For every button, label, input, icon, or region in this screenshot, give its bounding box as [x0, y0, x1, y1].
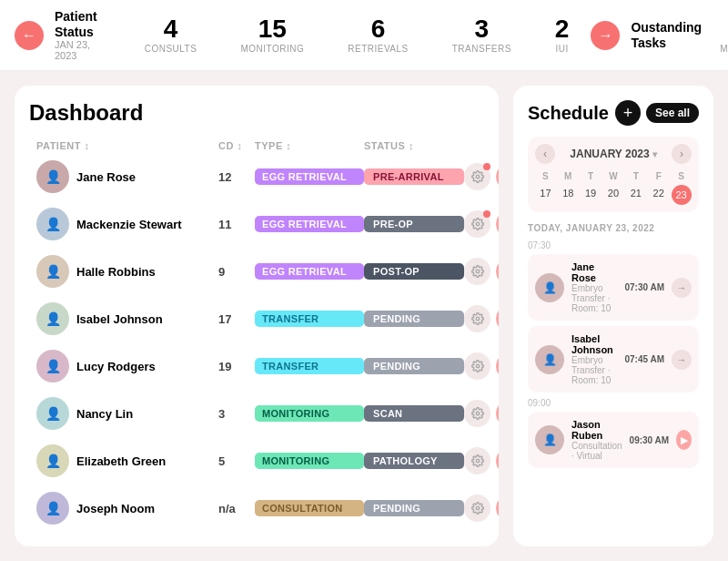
avatar: 👤 [36, 160, 69, 193]
calendar-day-header: T [625, 169, 646, 183]
retrievals-number: 6 [371, 16, 386, 42]
gear-button[interactable] [464, 447, 490, 474]
stat-consults: 4 CONSULTS [134, 16, 208, 54]
play-button[interactable]: ▶ [496, 495, 499, 522]
table-row: 👤 Joseph Noom n/a CONSULTATION PENDING ▶… [29, 486, 484, 530]
gear-button[interactable] [464, 210, 490, 238]
retrievals-label: RETRIEVALS [348, 44, 409, 54]
forward-button[interactable]: → [591, 21, 620, 50]
sched-arrow-button[interactable]: → [672, 350, 692, 370]
actions-cell: ▶ + [464, 400, 499, 427]
calendar-prev-button[interactable]: ‹ [535, 144, 555, 164]
type-badge: MONITORING [255, 453, 364, 469]
patient-name: Jane Rose [76, 170, 136, 184]
calendar-day[interactable]: 20 [603, 185, 624, 205]
type-badge: TRANSFER [255, 311, 364, 327]
col-cd[interactable]: CD ↕ [218, 140, 255, 151]
calendar-day[interactable]: 21 [625, 185, 646, 205]
type-badge: EGG RETRIEVAL [255, 263, 364, 280]
play-button[interactable]: ▶ [496, 210, 499, 238]
stat-retrievals: 6 RETRIEVALS [337, 16, 420, 54]
status-badge: PENDING [364, 358, 464, 374]
avatar: 👤 [36, 302, 69, 335]
play-button[interactable]: ▶ [496, 163, 499, 190]
actions-cell: ▶ + [464, 258, 499, 285]
col-type[interactable]: TYPE ↕ [255, 140, 364, 151]
play-button[interactable]: ▶ [496, 352, 499, 380]
gear-button[interactable] [464, 495, 490, 522]
sched-arrow-button[interactable]: ▶ [676, 430, 692, 450]
calendar-day-header: M [558, 169, 579, 183]
dashboard-title: Dashboard [29, 100, 484, 126]
avatar: 👤 [36, 208, 69, 240]
svg-point-7 [476, 506, 480, 510]
calendar-day-header: T [581, 169, 602, 183]
schedule-header: Schedule + See all [528, 100, 699, 126]
patient-cell: 👤 Nancy Lin [36, 397, 218, 430]
svg-point-5 [476, 412, 480, 415]
sched-info: Jason Ruben Consultation · Virtual [571, 419, 622, 461]
sched-arrow-button[interactable]: → [672, 278, 692, 298]
calendar-day-header: S [535, 169, 556, 183]
calendar-day-header: S [671, 169, 692, 183]
gear-button[interactable] [464, 352, 490, 380]
avatar: 👤 [36, 350, 69, 382]
table-row: 👤 Nancy Lin 3 MONITORING SCAN ▶ + [29, 392, 484, 435]
patient-name: Halle Robbins [76, 265, 156, 279]
svg-point-1 [476, 222, 480, 226]
main-content: Dashboard PATIENT ↕ CD ↕ TYPE ↕ STATUS ↕… [0, 71, 728, 561]
col-patient[interactable]: PATIENT ↕ [36, 140, 218, 151]
patient-status-label: Patient Status [55, 9, 97, 40]
sched-info: Jane Rose Embryo Transfer · Room: 10 [571, 261, 617, 313]
status-badge: POST-OP [364, 263, 464, 280]
gear-button[interactable] [464, 400, 490, 427]
patient-table: 👤 Jane Rose 12 EGG RETRIEVAL PRE-ARRIVAL… [29, 155, 484, 530]
sched-name: Jason Ruben [571, 419, 622, 441]
table-row: 👤 Halle Robbins 9 EGG RETRIEVAL POST-OP … [29, 250, 484, 293]
calendar-day[interactable]: 17 [535, 185, 556, 205]
stat-iui: 2 IUI [544, 16, 581, 54]
play-button[interactable]: ▶ [496, 258, 499, 285]
cd-value: 11 [218, 218, 255, 231]
patient-name: Nancy Lin [76, 407, 133, 421]
avatar: 👤 [36, 492, 69, 525]
calendar-day-header: W [603, 169, 624, 183]
calendar-next-button[interactable]: › [672, 144, 692, 164]
gear-button[interactable] [464, 163, 490, 190]
consults-label: CONSULTS [145, 44, 197, 54]
calendar-day[interactable]: 18 [558, 185, 579, 205]
transfers-label: TRANSFERS [452, 44, 511, 54]
col-status[interactable]: STATUS ↕ [364, 140, 464, 151]
today-label: TODAY, JANUARY 23, 2022 [528, 223, 699, 233]
avatar: 👤 [36, 255, 69, 288]
col-actions: ACTIONS [464, 140, 499, 151]
calendar-day[interactable]: 19 [581, 185, 602, 205]
calendar-day[interactable]: 23 [672, 185, 692, 205]
stat-transfers: 3 TRANSFERS [441, 16, 522, 54]
sched-info: Isabel Johnson Embryo Transfer · Room: 1… [571, 333, 617, 385]
stat-monitoring: 15 MONITORING [229, 16, 315, 54]
gear-button[interactable] [464, 305, 490, 332]
patient-cell: 👤 Elizabeth Green [36, 444, 218, 477]
gear-button[interactable] [464, 258, 490, 285]
cd-value: 9 [218, 265, 255, 279]
calendar-day[interactable]: 22 [648, 185, 669, 205]
patient-status-section: Patient Status JAN 23, 2023 [55, 9, 97, 62]
actions-cell: ▶ + [464, 495, 499, 522]
iui-number: 2 [555, 16, 570, 42]
back-button[interactable]: ← [15, 21, 44, 50]
calendar: ‹ JANUARY 2023 ▾ › SMTWTFS17181920212223 [528, 137, 699, 212]
actions-cell: ▶ + [464, 163, 499, 190]
cd-value: 12 [218, 170, 255, 184]
play-button[interactable]: ▶ [496, 447, 499, 474]
svg-point-6 [476, 459, 480, 463]
table-row: 👤 Jane Rose 12 EGG RETRIEVAL PRE-ARRIVAL… [29, 155, 484, 199]
add-schedule-button[interactable]: + [615, 100, 641, 126]
sched-avatar: 👤 [535, 425, 564, 454]
play-button[interactable]: ▶ [496, 400, 499, 427]
play-button[interactable]: ▶ [496, 305, 499, 332]
actions-cell: ▶ + [464, 210, 499, 238]
monitoring-label: MONITORING [240, 44, 304, 54]
date-label: JAN 23, 2023 [55, 39, 97, 61]
see-all-button[interactable]: See all [646, 103, 699, 123]
